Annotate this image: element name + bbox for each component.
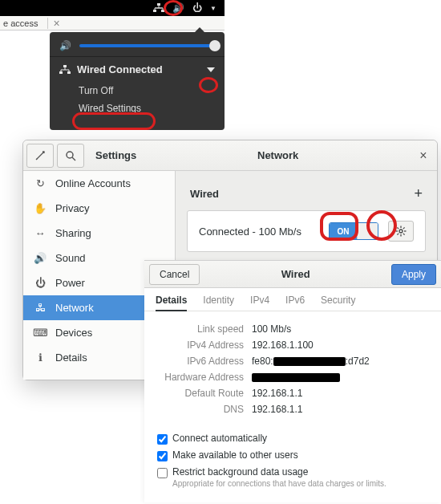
network-icon: 🖧 — [33, 302, 47, 314]
apply-button[interactable]: Apply — [391, 264, 436, 285]
sidebar-item-label: Privacy — [55, 202, 90, 214]
svg-rect-0 — [157, 3, 160, 6]
dns-value: 192.168.1.1 — [252, 404, 302, 415]
tab-security[interactable]: Security — [321, 295, 355, 306]
volume-slider-thumb[interactable] — [209, 40, 220, 51]
tab-close-icon[interactable]: × — [53, 17, 59, 30]
svg-point-8 — [399, 230, 403, 233]
online-accounts-icon: ↻ — [33, 177, 47, 189]
wired-status: Connected - 100 Mb/s — [199, 226, 319, 238]
restrict-label: Restrict background data usage — [172, 466, 308, 478]
gear-icon — [395, 226, 407, 237]
add-connection-button[interactable]: + — [414, 185, 423, 202]
search-button[interactable] — [57, 144, 84, 168]
volume-slider[interactable] — [79, 44, 215, 47]
section-heading: Wired — [190, 188, 219, 200]
tab-ipv6[interactable]: IPv6 — [285, 295, 305, 306]
sharing-icon: ↔ — [33, 227, 47, 239]
toggle-on-label: ON — [330, 223, 357, 239]
browser-tab-strip: e access × — [0, 16, 225, 30]
sidebar-item-privacy[interactable]: ✋ Privacy — [23, 196, 175, 221]
ipv4-label: IPv4 Address — [156, 339, 252, 351]
network-icon[interactable] — [153, 3, 164, 13]
top-panel: 🔊 ⏻ ▼ — [0, 0, 225, 16]
sidebar-item-label: Sharing — [55, 227, 91, 239]
system-tray-menu: 🔊 Wired Connected Turn Off Wired Setting… — [50, 32, 225, 130]
wired-settings-item[interactable]: Wired Settings — [50, 100, 225, 117]
ipv6-value: fe80::d7d2 — [252, 356, 370, 367]
sidebar-item-label: Details — [55, 352, 87, 364]
svg-rect-3 — [63, 65, 67, 67]
power-icon: ⏻ — [33, 277, 47, 289]
network-wired-icon — [59, 65, 71, 75]
restrict-sub: Appropriate for connections that have da… — [172, 479, 386, 488]
chevron-down-icon[interactable]: ▼ — [210, 5, 216, 12]
svg-line-13 — [397, 227, 399, 229]
details-icon: ℹ — [33, 352, 47, 364]
ipv4-value: 192.168.1.100 — [252, 339, 314, 351]
prefs-button[interactable] — [26, 144, 54, 168]
connect-auto-label: Connect automatically — [172, 433, 267, 444]
svg-line-15 — [403, 227, 405, 229]
default-route-label: Default Route — [156, 388, 252, 399]
sidebar-item-label: Devices — [55, 327, 92, 339]
privacy-icon: ✋ — [33, 202, 47, 214]
hw-label: Hardware Address — [156, 372, 252, 383]
volume-icon: 🔊 — [59, 40, 71, 51]
all-users-checkbox[interactable] — [157, 451, 168, 461]
link-speed-value: 100 Mb/s — [252, 323, 291, 335]
connection-details-dialog: Cancel Wired Apply Details Identity IPv4… — [144, 260, 441, 502]
settings-headerbar: Settings Network × — [23, 140, 437, 171]
chevron-down-icon[interactable] — [207, 67, 215, 72]
tab-details[interactable]: Details — [156, 295, 187, 311]
default-route-value: 192.168.1.1 — [252, 388, 302, 399]
tab-identity[interactable]: Identity — [203, 295, 234, 306]
hw-value — [252, 372, 340, 383]
connect-auto-row[interactable]: Connect automatically — [157, 430, 428, 447]
details-table: Link speed 100 Mb/s IPv4 Address 192.168… — [144, 311, 441, 424]
svg-line-7 — [72, 157, 75, 161]
restrict-checkbox[interactable] — [157, 468, 168, 478]
dialog-tabs: Details Identity IPv4 IPv6 Security — [144, 288, 441, 311]
all-users-label: Make available to other users — [172, 449, 298, 461]
all-users-row[interactable]: Make available to other users — [157, 447, 428, 464]
wired-connection-card: Connected - 100 Mb/s ON — [187, 210, 426, 252]
link-speed-label: Link speed — [156, 323, 252, 335]
svg-rect-4 — [59, 71, 63, 74]
close-button[interactable]: × — [410, 148, 437, 163]
devices-icon: ⌨ — [33, 327, 47, 339]
tab-label: e access — [3, 18, 38, 28]
svg-point-6 — [67, 152, 73, 158]
volume-icon[interactable]: 🔊 — [172, 2, 184, 14]
turn-off-item[interactable]: Turn Off — [50, 82, 225, 100]
connect-auto-checkbox[interactable] — [157, 434, 168, 445]
ipv6-label: IPv6 Address — [156, 356, 252, 367]
connection-options: Connect automatically Make available to … — [144, 424, 441, 498]
cancel-button[interactable]: Cancel — [149, 264, 200, 285]
svg-line-14 — [403, 234, 405, 235]
wired-connected-row[interactable]: Wired Connected — [50, 57, 225, 82]
sidebar-item-label: Online Accounts — [55, 177, 131, 189]
connection-settings-button[interactable] — [388, 221, 414, 242]
sidebar-item-label: Power — [55, 277, 85, 289]
sidebar-item-sharing[interactable]: ↔ Sharing — [23, 221, 175, 246]
connection-toggle[interactable]: ON — [329, 222, 378, 240]
toggle-knob — [357, 223, 378, 239]
restrict-row[interactable]: Restrict background data usage Appropria… — [157, 464, 428, 491]
dialog-title: Wired — [200, 268, 391, 280]
wired-connected-label: Wired Connected — [77, 63, 163, 75]
power-icon[interactable]: ⏻ — [192, 2, 202, 14]
volume-slider-row: 🔊 — [50, 35, 225, 57]
sound-icon: 🔊 — [33, 252, 47, 264]
tab-ipv4[interactable]: IPv4 — [250, 295, 269, 306]
svg-rect-2 — [161, 10, 164, 12]
svg-rect-5 — [67, 71, 71, 74]
sidebar-item-label: Sound — [55, 252, 86, 264]
settings-title: Settings — [86, 149, 146, 161]
svg-line-16 — [397, 234, 399, 235]
svg-rect-1 — [153, 10, 156, 12]
dialog-headerbar: Cancel Wired Apply — [144, 261, 441, 288]
sidebar-item-online-accounts[interactable]: ↻ Online Accounts — [23, 171, 175, 196]
panel-title: Network — [146, 149, 410, 161]
dns-label: DNS — [156, 404, 252, 415]
